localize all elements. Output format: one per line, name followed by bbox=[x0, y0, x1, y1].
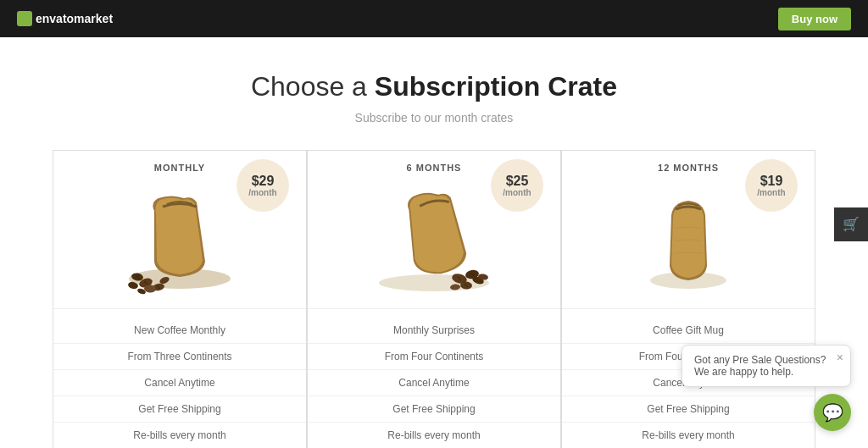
plan-card-6months: 6 MONTHS $25 /month bbox=[307, 150, 561, 448]
buy-now-button[interactable]: Buy now bbox=[778, 8, 851, 30]
subtitle: Subscribe to our month crates bbox=[44, 111, 824, 124]
feature-monthly-0: New Coffee Monthly bbox=[53, 318, 306, 344]
chat-bubble-text: Got any Pre Sale Questions? We are happy… bbox=[694, 354, 826, 378]
chat-button[interactable]: 💬 bbox=[814, 394, 851, 431]
title-light: Choose a bbox=[251, 71, 367, 102]
chat-close-icon[interactable]: × bbox=[837, 351, 843, 364]
price-period-6months: /month bbox=[503, 188, 531, 197]
price-badge-6months: $25 /month bbox=[491, 159, 543, 212]
feature-6months-1: From Four Continents bbox=[308, 344, 560, 370]
logo: envatomarket bbox=[17, 11, 113, 26]
price-badge-12months: $19 /month bbox=[745, 159, 798, 212]
price-amount-monthly: $29 bbox=[252, 174, 275, 189]
price-amount-6months: $25 bbox=[506, 174, 529, 189]
chat-widget: × Got any Pre Sale Questions? We are hap… bbox=[682, 345, 851, 431]
coffee-bag-icon-monthly bbox=[112, 185, 248, 296]
price-badge-monthly: $29 /month bbox=[236, 159, 289, 212]
feature-monthly-2: Cancel Anytime bbox=[53, 370, 306, 396]
coffee-bag-icon-6months bbox=[366, 185, 502, 296]
feature-12months-0: Coffee Gift Mug bbox=[562, 318, 815, 344]
plan-card-monthly: MONTHLY $29 /month bbox=[53, 150, 307, 448]
price-period-12months: /month bbox=[757, 188, 785, 197]
price-period-monthly: /month bbox=[248, 188, 276, 197]
feature-monthly-3: Get Free Shipping bbox=[53, 396, 306, 423]
feature-6months-4: Re-bills every month bbox=[308, 423, 560, 448]
plan-features-monthly: New Coffee Monthly From Three Continents… bbox=[53, 308, 306, 448]
feature-6months-0: Monthly Surprises bbox=[308, 318, 560, 344]
chat-bubble: × Got any Pre Sale Questions? We are hap… bbox=[682, 345, 851, 387]
coffee-bag-icon-12months bbox=[620, 185, 756, 296]
page-title: Choose a Subscription Crate bbox=[44, 71, 824, 102]
feature-monthly-1: From Three Continents bbox=[53, 344, 306, 370]
chat-icon: 💬 bbox=[822, 402, 843, 423]
header: envatomarket Buy now bbox=[0, 0, 868, 37]
basket-icon: 🛒 bbox=[843, 216, 860, 232]
logo-text: envatomarket bbox=[36, 12, 113, 25]
logo-icon bbox=[17, 11, 32, 26]
feature-6months-3: Get Free Shipping bbox=[308, 396, 560, 423]
price-amount-12months: $19 bbox=[760, 174, 783, 189]
title-bold: Subscription Crate bbox=[375, 71, 617, 102]
basket-button[interactable]: 🛒 bbox=[834, 207, 868, 241]
feature-monthly-4: Re-bills every month bbox=[53, 423, 306, 448]
plan-features-6months: Monthly Surprises From Four Continents C… bbox=[308, 308, 560, 448]
feature-6months-2: Cancel Anytime bbox=[308, 370, 560, 396]
